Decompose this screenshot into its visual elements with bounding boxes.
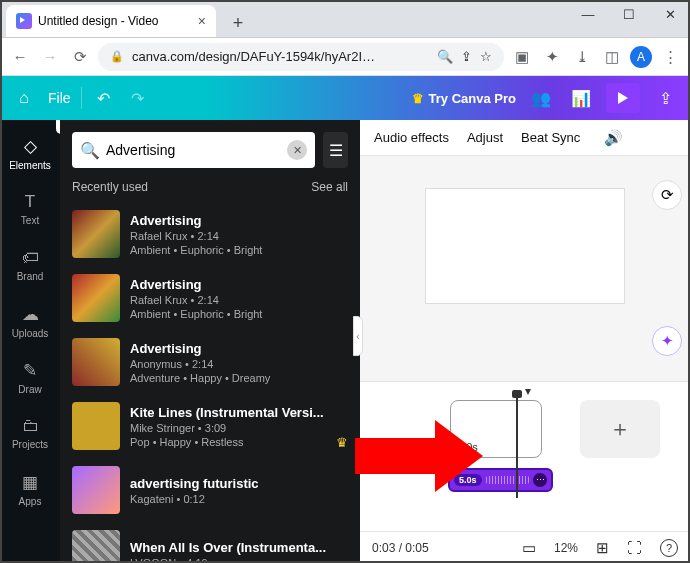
audio-clip[interactable]: 5.0s ⋯ [448, 468, 553, 492]
audio-track[interactable]: Kite Lines (Instrumental Versi...Mike St… [72, 394, 348, 458]
track-thumbnail [72, 466, 120, 514]
rail-brand[interactable]: 🏷Brand [0, 238, 60, 292]
url-text: canva.com/design/DAFuY-1594k/hyAr2I… [132, 49, 375, 64]
playback-time: 0:03 / 0:05 [372, 541, 429, 555]
grid-icon: ▦ [22, 472, 38, 493]
url-box[interactable]: 🔒 canva.com/design/DAFuY-1594k/hyAr2I… 🔍… [98, 43, 504, 71]
timeline-marker-icon: ▾ [525, 384, 531, 398]
window-maximize-icon[interactable]: ☐ [609, 0, 649, 28]
window-close-icon[interactable]: ✕ [650, 0, 690, 28]
video-clip[interactable]: 5.0s [450, 400, 542, 458]
canvas-page[interactable] [425, 188, 625, 304]
rail-elements[interactable]: ◇Elements [0, 126, 60, 180]
shapes-icon: ◇ [24, 136, 37, 157]
timeline-playhead[interactable] [516, 392, 518, 498]
sidepanel-icon[interactable]: ◫ [600, 45, 624, 69]
extensions-puzzle-icon[interactable]: ✦ [540, 45, 564, 69]
rail-uploads[interactable]: ☁Uploads [0, 294, 60, 348]
track-thumbnail [72, 530, 120, 563]
help-icon[interactable]: ? [660, 539, 678, 557]
text-icon: T [25, 192, 35, 212]
redo-icon[interactable]: ↷ [126, 89, 150, 108]
grid-view-icon[interactable]: ⊞ [596, 539, 609, 557]
beat-sync-button[interactable]: Beat Sync [521, 130, 580, 145]
rail-apps[interactable]: ▦Apps [0, 462, 60, 516]
close-tab-icon[interactable]: × [198, 13, 206, 29]
browser-tab[interactable]: Untitled design - Video × [6, 5, 216, 37]
audio-track[interactable]: When All Is Over (Instrumenta...LVGOON •… [72, 522, 348, 563]
rail-projects[interactable]: 🗀Projects [0, 406, 60, 460]
pages-view-icon[interactable]: ▭ [522, 539, 536, 557]
see-all-link[interactable]: See all [311, 180, 348, 194]
audio-clip-menu-icon[interactable]: ⋯ [533, 473, 547, 487]
premium-crown-icon: ♛ [336, 435, 348, 450]
waveform-icon [486, 476, 529, 484]
present-play-button[interactable] [606, 83, 640, 113]
canva-favicon [16, 13, 32, 29]
folder-icon: 🗀 [22, 416, 39, 436]
audio-track[interactable]: advertising futuristicKagateni • 0:12 [72, 458, 348, 522]
audio-track[interactable]: AdvertisingRafael Krux • 2:14Ambient • E… [72, 266, 348, 330]
magic-sparkle-icon[interactable]: ✦ [652, 326, 682, 356]
try-pro-button[interactable]: ♛ Try Canva Pro [412, 91, 516, 106]
audio-effects-button[interactable]: Audio effects [374, 130, 449, 145]
share-page-icon[interactable]: ⇪ [461, 49, 472, 64]
tab-title: Untitled design - Video [38, 14, 192, 28]
search-icon: 🔍 [80, 141, 100, 160]
track-thumbnail [72, 402, 120, 450]
profile-avatar[interactable]: A [630, 46, 652, 68]
recent-heading: Recently used [72, 180, 148, 194]
forward-icon[interactable]: → [38, 45, 62, 69]
analytics-icon[interactable]: 📊 [566, 83, 596, 113]
zoom-level[interactable]: 12% [554, 541, 578, 555]
back-icon[interactable]: ← [8, 45, 32, 69]
pencil-icon: ✎ [23, 360, 37, 381]
crown-icon: ♛ [412, 91, 424, 106]
add-clip-button[interactable]: ＋ [580, 400, 660, 458]
extension-icon-1[interactable]: ▣ [510, 45, 534, 69]
brand-icon: 🏷 [22, 248, 39, 268]
downloads-icon[interactable]: ⤓ [570, 45, 594, 69]
search-box[interactable]: 🔍 ✕ [72, 132, 315, 168]
cloud-upload-icon: ☁ [22, 304, 39, 325]
new-tab-button[interactable]: + [224, 9, 252, 37]
window-minimize-icon[interactable]: — [568, 0, 608, 28]
bookmark-icon[interactable]: ☆ [480, 49, 492, 64]
adjust-button[interactable]: Adjust [467, 130, 503, 145]
reload-icon[interactable]: ⟳ [68, 45, 92, 69]
reset-icon[interactable]: ⟳ [652, 180, 682, 210]
sliders-icon: ☰ [329, 141, 343, 160]
zoom-indicator-icon[interactable]: 🔍 [437, 49, 453, 64]
share-icon[interactable]: ⇪ [650, 83, 680, 113]
track-thumbnail [72, 338, 120, 386]
rail-draw[interactable]: ✎Draw [0, 350, 60, 404]
clear-search-icon[interactable]: ✕ [287, 140, 307, 160]
search-input[interactable] [106, 142, 281, 158]
track-thumbnail [72, 210, 120, 258]
rail-text[interactable]: TText [0, 182, 60, 236]
filter-button[interactable]: ☰ [323, 132, 348, 168]
audio-track[interactable]: AdvertisingRafael Krux • 2:14Ambient • E… [72, 202, 348, 266]
home-icon[interactable]: ⌂ [10, 84, 38, 112]
audio-duration-pill: 5.0s [454, 474, 482, 486]
volume-icon[interactable]: 🔊 [604, 129, 623, 147]
file-menu[interactable]: File [48, 90, 71, 106]
track-thumbnail [72, 274, 120, 322]
undo-icon[interactable]: ↶ [92, 89, 116, 108]
lock-icon: 🔒 [110, 50, 124, 63]
audio-track[interactable]: AdvertisingAnonymus • 2:14Adventure • Ha… [72, 330, 348, 394]
expand-panel-handle[interactable]: ‹ [353, 316, 363, 356]
fullscreen-icon[interactable]: ⛶ [627, 539, 642, 556]
collaborators-icon[interactable]: 👥 [526, 83, 556, 113]
chrome-menu-icon[interactable]: ⋮ [658, 45, 682, 69]
